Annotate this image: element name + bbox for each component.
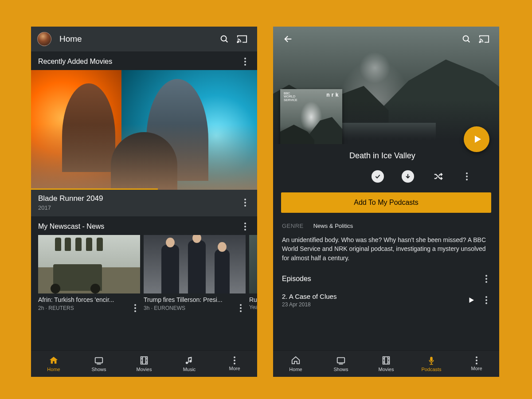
episodes-header: Episodes: [273, 262, 499, 288]
nav-shows[interactable]: Shows: [76, 351, 121, 377]
back-icon[interactable]: [279, 30, 297, 48]
bottom-nav: Home Shows Movies Music More: [31, 350, 257, 377]
svg-point-13: [463, 36, 469, 41]
film-icon: [139, 356, 149, 365]
play-fab[interactable]: [464, 126, 489, 152]
mark-watched-icon[interactable]: [372, 170, 384, 183]
cast-icon[interactable]: [475, 30, 493, 48]
film-icon: [381, 356, 391, 365]
progress-bar: [31, 188, 158, 190]
music-icon: [184, 356, 194, 365]
play-icon: [472, 134, 483, 145]
more-icon: [472, 356, 481, 364]
svg-point-15: [479, 42, 480, 43]
svg-point-2: [237, 42, 238, 43]
home-icon: [291, 356, 301, 365]
podcast-title: Death in Ice Valley: [349, 151, 415, 160]
more-icon[interactable]: [236, 304, 246, 312]
phone-home: Home Recently Added Movies Blade Runner …: [31, 27, 257, 377]
more-icon[interactable]: [462, 172, 472, 180]
tv-icon: [336, 356, 346, 365]
home-icon: [49, 356, 59, 365]
mic-icon: [426, 356, 436, 365]
nav-home[interactable]: Home: [31, 351, 76, 377]
svg-rect-17: [337, 358, 345, 363]
play-icon[interactable]: [467, 296, 475, 304]
podcast-cover[interactable]: BBC WORLD SERVICE n r k DEATH IN ICE VAL…: [280, 89, 342, 144]
nav-music[interactable]: Music: [167, 351, 212, 377]
search-icon[interactable]: [215, 30, 233, 48]
episode-row[interactable]: 2. A Case of Clues 23 Apr 2018: [273, 288, 499, 312]
podcast-description: An unidentified body. Who was she? Why h…: [273, 233, 499, 262]
news-thumb: [144, 235, 246, 293]
svg-rect-19: [383, 357, 390, 364]
shuffle-icon[interactable]: [432, 170, 444, 183]
svg-rect-27: [431, 363, 432, 364]
avatar[interactable]: [37, 32, 51, 46]
recent-caption[interactable]: Blade Runner 2049 2017: [31, 190, 257, 216]
movie-title: Blade Runner 2049: [38, 194, 240, 203]
news-row[interactable]: Afrin: Turkish forces 'encir... 2h · REU…: [31, 235, 257, 312]
svg-rect-26: [430, 357, 433, 361]
topbar: [273, 27, 499, 51]
news-thumb: [249, 235, 257, 293]
phone-podcast: BBC WORLD SERVICE n r k DEATH IN ICE VAL…: [273, 27, 499, 377]
more-icon[interactable]: [481, 275, 491, 283]
news-header: My Newscast - News: [31, 216, 257, 235]
svg-rect-5: [141, 357, 148, 364]
more-icon[interactable]: [240, 199, 250, 207]
download-icon[interactable]: [402, 170, 414, 183]
svg-rect-28: [430, 364, 433, 364]
recent-hero[interactable]: [31, 70, 257, 190]
svg-line-14: [468, 40, 469, 42]
nav-more[interactable]: More: [212, 351, 257, 377]
movie-year: 2017: [38, 204, 240, 211]
nav-movies[interactable]: Movies: [121, 351, 167, 377]
nav-movies[interactable]: Movies: [364, 351, 409, 377]
nav-home[interactable]: Home: [273, 351, 318, 377]
svg-line-1: [226, 40, 227, 42]
bottom-nav: Home Shows Movies Podcasts More: [273, 350, 499, 377]
topbar: Home: [31, 27, 257, 51]
news-item[interactable]: Afrin: Turkish forces 'encir... 2h · REU…: [38, 235, 140, 312]
more-icon[interactable]: [481, 296, 491, 304]
cast-icon[interactable]: [233, 30, 251, 48]
more-icon[interactable]: [130, 304, 140, 312]
more-icon[interactable]: [240, 58, 250, 66]
more-icon: [230, 356, 239, 364]
recent-header: Recently Added Movies: [31, 51, 257, 70]
page-title: Home: [59, 34, 215, 44]
svg-rect-3: [95, 358, 103, 363]
news-thumb: [38, 235, 140, 293]
search-icon[interactable]: [458, 30, 475, 48]
genre-row: GENRE News & Politics: [273, 213, 499, 233]
more-icon[interactable]: [240, 223, 250, 231]
nav-podcasts[interactable]: Podcasts: [409, 351, 454, 377]
nav-shows[interactable]: Shows: [318, 351, 364, 377]
tv-icon: [94, 356, 104, 365]
nav-more[interactable]: More: [454, 351, 499, 377]
podcast-actions: [273, 160, 499, 191]
svg-point-0: [221, 36, 227, 41]
news-item[interactable]: Russia Year: [249, 235, 257, 312]
podcast-hero: BBC WORLD SERVICE n r k DEATH IN ICE VAL…: [273, 27, 499, 144]
add-to-podcasts-button[interactable]: Add To My Podcasts: [281, 192, 491, 213]
news-item[interactable]: Trump fires Tillerson: Presi... 3h · EUR…: [144, 235, 246, 312]
